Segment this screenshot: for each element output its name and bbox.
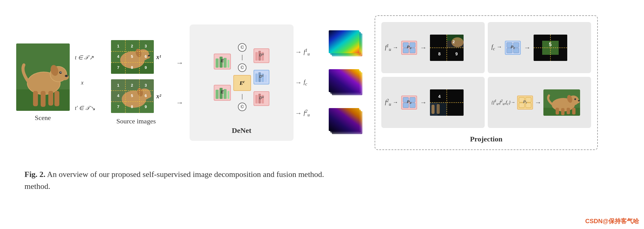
proj-row-1: f1u → Pu → bbox=[381, 22, 485, 73]
middle-column: © © Ec © bbox=[233, 31, 251, 123]
svg-text:7: 7 bbox=[117, 65, 119, 70]
denet-section: E E © bbox=[190, 24, 294, 141]
x2-label: x² bbox=[156, 93, 161, 100]
proj-fu2: f2u → bbox=[385, 98, 398, 107]
svg-rect-64 bbox=[255, 52, 258, 61]
denet-content: E E © bbox=[197, 31, 286, 123]
svg-point-136 bbox=[578, 100, 580, 101]
encoder-bottom: E bbox=[214, 85, 231, 101]
svg-rect-141 bbox=[572, 108, 576, 114]
diagram-area: Scene t ∈ 𝒯 ↗ x t′ ∈ 𝒯 ↘ bbox=[12, 9, 632, 156]
svg-rect-11 bbox=[33, 91, 38, 106]
proj-inner: f1u → Pu → bbox=[381, 22, 591, 128]
svg-text:1: 1 bbox=[117, 44, 119, 48]
svg-point-7 bbox=[60, 74, 69, 80]
fc-label: fc bbox=[304, 79, 307, 87]
du-top: Du bbox=[254, 48, 269, 63]
proj-right: fc → Pc → bbox=[488, 22, 591, 128]
svg-text:4: 4 bbox=[117, 93, 120, 98]
projection-section: f1u → Pu → bbox=[375, 15, 598, 150]
t-prime-label: t′ ∈ 𝒯 bbox=[75, 105, 89, 111]
encoder-top: E bbox=[214, 54, 231, 69]
source-img-1: 1 2 3 4 5 6 7 8 9 x¹ bbox=[111, 40, 161, 74]
proj-set: {f1u,f2u,fc}→ bbox=[491, 99, 515, 106]
concat-top: © bbox=[238, 43, 246, 52]
caption-text: An overview of our proposed self-supervi… bbox=[46, 170, 324, 179]
proj-grid-1: 8 9 2 bbox=[430, 35, 464, 61]
proj-row-3: fc → Pc → bbox=[488, 22, 591, 73]
heatmap-3 bbox=[329, 108, 365, 135]
encoder-column: E E bbox=[214, 54, 231, 101]
svg-rect-140 bbox=[567, 108, 570, 114]
svg-rect-111 bbox=[437, 104, 440, 114]
svg-rect-110 bbox=[431, 105, 435, 114]
svg-text:4: 4 bbox=[117, 54, 120, 59]
svg-rect-87 bbox=[329, 108, 359, 131]
svg-text:8: 8 bbox=[438, 51, 441, 56]
dc-mid: Dc bbox=[254, 70, 269, 84]
svg-text:6: 6 bbox=[145, 93, 147, 98]
svg-text:3: 3 bbox=[145, 83, 147, 88]
du-bot: Du bbox=[254, 91, 269, 106]
caption-line2: method. bbox=[24, 182, 50, 191]
svg-text:2: 2 bbox=[453, 39, 455, 44]
svg-point-10 bbox=[60, 72, 61, 73]
pu-box-1: Pu bbox=[401, 41, 417, 55]
svg-rect-67 bbox=[265, 53, 267, 61]
x-label: x bbox=[81, 80, 83, 86]
fu1-label: f1u bbox=[304, 48, 310, 57]
svg-rect-61 bbox=[224, 89, 227, 99]
svg-rect-14 bbox=[54, 91, 59, 106]
source-section: 1 2 3 4 5 6 7 8 9 x¹ bbox=[102, 40, 170, 125]
decoder-column: Du Dc bbox=[254, 48, 269, 106]
svg-text:6: 6 bbox=[145, 54, 147, 59]
svg-text:5: 5 bbox=[131, 93, 133, 98]
svg-text:9: 9 bbox=[145, 104, 147, 109]
svg-rect-59 bbox=[216, 90, 219, 99]
svg-rect-81 bbox=[329, 30, 359, 53]
svg-rect-77 bbox=[265, 96, 267, 103]
svg-rect-12 bbox=[41, 91, 46, 107]
heatmap-2 bbox=[329, 69, 365, 96]
svg-rect-69 bbox=[255, 73, 258, 82]
pu-box-2: Pu bbox=[401, 96, 417, 110]
svg-rect-54 bbox=[216, 58, 219, 68]
caption-area: Fig. 2. An overview of our proposed self… bbox=[12, 165, 502, 195]
svg-text:8: 8 bbox=[131, 104, 133, 109]
proj-fc: fc → bbox=[491, 44, 502, 51]
proj-grid-3: 5 bbox=[534, 35, 567, 61]
svg-text:2: 2 bbox=[131, 44, 133, 48]
svg-rect-13 bbox=[48, 91, 53, 106]
svg-rect-57 bbox=[228, 60, 229, 68]
svg-rect-74 bbox=[255, 95, 258, 103]
svg-text:5: 5 bbox=[131, 54, 133, 59]
grid-image-2: 1 2 3 4 5 6 7 8 9 bbox=[111, 79, 154, 113]
ec-label: Ec bbox=[240, 79, 245, 86]
svg-rect-72 bbox=[265, 75, 267, 82]
proj-grid-2: 4 bbox=[430, 89, 464, 116]
svg-rect-62 bbox=[228, 91, 229, 99]
heatmap-1 bbox=[329, 30, 365, 57]
t-label: t ∈ 𝒯 bbox=[75, 54, 87, 61]
source-img-2: 1 2 3 4 5 6 7 8 9 x² bbox=[111, 79, 161, 113]
ec-box: Ec bbox=[233, 75, 251, 91]
proj-row-2: f2u → Pu → bbox=[381, 77, 485, 128]
proj-left: f1u → Pu → bbox=[381, 22, 485, 128]
svg-rect-84 bbox=[329, 69, 359, 92]
proj-fu1: f1u → bbox=[385, 43, 398, 52]
svg-text:1: 1 bbox=[117, 83, 119, 88]
svg-text:E: E bbox=[221, 58, 224, 63]
proj-row-4: {f1u,f2u,fc}→ Pr → bbox=[488, 77, 591, 128]
svg-point-137 bbox=[574, 98, 576, 100]
svg-text:E: E bbox=[221, 89, 224, 94]
svg-text:9: 9 bbox=[455, 51, 458, 56]
svg-text:2: 2 bbox=[131, 83, 133, 88]
heatmap-section bbox=[324, 24, 370, 141]
fu2-label: f2u bbox=[304, 109, 310, 118]
svg-text:4: 4 bbox=[438, 94, 441, 99]
source-images-stack: 1 2 3 4 5 6 7 8 9 x¹ bbox=[111, 40, 161, 113]
denet-label: DeNet bbox=[232, 126, 251, 135]
concat-bot: © bbox=[238, 103, 246, 111]
concat-mid: © bbox=[238, 63, 246, 72]
svg-point-8 bbox=[65, 75, 68, 77]
